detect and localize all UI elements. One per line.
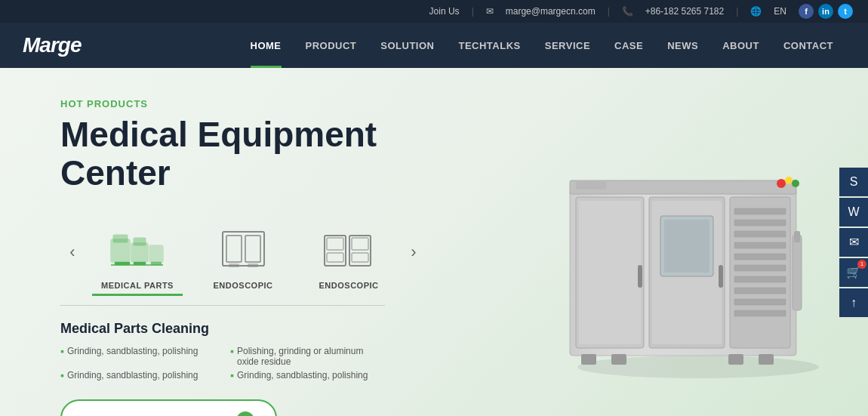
nav-item-solution[interactable]: SOLUTION <box>368 23 446 68</box>
carousel-next-button[interactable]: › <box>402 240 426 264</box>
main-content: HOT PRODUCTS Medical Equipment Center ‹ <box>0 68 868 416</box>
feature-grid: ▪ Grinding, sandblasting, polishing ▪ Po… <box>60 346 385 381</box>
nav-item-about[interactable]: ABOUT <box>710 23 771 68</box>
carousel-items: MEDICAL PARTS ENDOSCOPIC <box>85 214 402 290</box>
whatsapp-icon: W <box>848 205 859 219</box>
svg-rect-36 <box>734 242 786 248</box>
divider-3: | <box>736 6 738 17</box>
svg-rect-25 <box>579 201 641 344</box>
feature-text-2: Polishing, grinding or aluminum oxide re… <box>237 346 385 367</box>
explore-products-button[interactable]: EXPLORE OUR PRODUCTS → <box>60 399 277 416</box>
linkedin-icon[interactable]: in <box>818 4 833 19</box>
top-bar: Join Us | ✉ marge@margecn.com | 📞 +86-18… <box>0 0 868 23</box>
svg-rect-16 <box>349 236 371 266</box>
nav-item-techtalks[interactable]: TECHTALKS <box>446 23 532 68</box>
feature-text-3: Grinding, sandblasting, polishing <box>67 370 198 381</box>
svg-rect-11 <box>245 236 260 262</box>
svg-rect-37 <box>734 254 786 260</box>
svg-rect-35 <box>734 231 786 237</box>
svg-point-46 <box>792 180 799 187</box>
carousel-item-endoscopic-1[interactable]: ENDOSCOPIC <box>190 214 296 290</box>
product-carousel: ‹ <box>60 214 385 290</box>
carousel-prev-button[interactable]: ‹ <box>60 240 85 264</box>
side-buttons: S W ✉ 🛒 1 ↑ <box>839 168 868 317</box>
nav-item-service[interactable]: SERVICE <box>533 23 602 68</box>
svg-rect-38 <box>734 265 786 271</box>
svg-point-44 <box>777 179 786 188</box>
svg-rect-19 <box>327 253 343 262</box>
bullet-4: ▪ <box>230 369 234 381</box>
nav-links: HOME PRODUCT SOLUTION TECHTALKS SERVICE … <box>239 23 846 68</box>
hot-products-label: HOT PRODUCTS <box>60 98 385 109</box>
svg-rect-40 <box>734 288 786 294</box>
feature-item-4: ▪ Grinding, sandblasting, polishing <box>230 370 385 381</box>
email-icon: ✉ <box>486 6 494 17</box>
divider-2: | <box>608 6 610 17</box>
main-title: Medical Equipment Center <box>60 116 385 192</box>
social-icons: f in t <box>799 4 853 19</box>
phone-icon: 📞 <box>622 6 633 17</box>
join-us-link[interactable]: Join Us <box>429 6 460 17</box>
email-link[interactable]: marge@margecn.com <box>506 6 596 17</box>
back-to-top-icon: ↑ <box>851 296 857 310</box>
product-desc-title: Medical Parts Cleaning <box>60 321 385 337</box>
svg-rect-2 <box>131 243 148 262</box>
svg-rect-4 <box>149 245 163 262</box>
feature-item-2: ▪ Polishing, grinding or aluminum oxide … <box>230 346 385 367</box>
divider-1: | <box>472 6 474 17</box>
nav-item-contact[interactable]: CONTACT <box>771 23 845 68</box>
endoscopic-2-icon <box>319 222 379 275</box>
whatsapp-button[interactable]: W <box>839 198 868 226</box>
svg-rect-51 <box>576 180 606 190</box>
svg-point-45 <box>785 177 793 184</box>
svg-rect-31 <box>719 265 723 288</box>
svg-rect-49 <box>728 354 743 365</box>
left-content: HOT PRODUCTS Medical Equipment Center ‹ <box>0 68 423 416</box>
medical-parts-icon <box>107 222 168 275</box>
svg-rect-30 <box>664 220 709 273</box>
twitter-icon[interactable]: t <box>838 4 853 19</box>
svg-rect-14 <box>248 263 258 267</box>
cart-button[interactable]: 🛒 1 <box>839 258 868 287</box>
right-content <box>423 68 868 416</box>
svg-rect-3 <box>134 238 146 245</box>
nav-item-product[interactable]: PRODUCT <box>294 23 369 68</box>
svg-rect-17 <box>327 238 343 250</box>
phone-link[interactable]: +86-182 5265 7182 <box>645 6 724 17</box>
svg-rect-20 <box>352 253 368 262</box>
bullet-3: ▪ <box>60 369 64 381</box>
logo-text: Marge <box>23 33 81 57</box>
explore-arrow-icon: → <box>236 411 254 416</box>
endoscopic-1-icon <box>213 222 273 275</box>
nav-item-home[interactable]: HOME <box>239 23 294 68</box>
svg-rect-41 <box>734 299 786 305</box>
feature-text-1: Grinding, sandblasting, polishing <box>67 346 198 356</box>
carousel-item-label-endoscopic-1: ENDOSCOPIC <box>198 281 288 290</box>
carousel-item-label-endoscopic-2: ENDOSCOPIC <box>303 281 394 290</box>
svg-rect-42 <box>734 310 786 316</box>
nav-item-case[interactable]: CASE <box>602 23 655 68</box>
lang-icon: 🌐 <box>750 6 762 17</box>
svg-rect-18 <box>352 238 368 250</box>
bullet-1: ▪ <box>60 345 64 357</box>
feature-item-3: ▪ Grinding, sandblasting, polishing <box>60 370 215 381</box>
carousel-item-endoscopic-2[interactable]: ENDOSCOPIC <box>296 214 402 290</box>
email-side-button[interactable]: ✉ <box>839 228 868 257</box>
svg-rect-10 <box>226 236 242 262</box>
svg-rect-33 <box>734 208 786 214</box>
back-to-top-button[interactable]: ↑ <box>839 288 868 317</box>
svg-rect-48 <box>611 354 626 365</box>
carousel-item-label-medical: MEDICAL PARTS <box>92 281 183 290</box>
facebook-icon[interactable]: f <box>799 4 814 19</box>
svg-rect-52 <box>793 235 802 310</box>
svg-rect-39 <box>734 276 786 282</box>
svg-rect-9 <box>223 232 264 266</box>
skype-button[interactable]: S <box>839 168 868 196</box>
logo: Marge <box>23 33 81 57</box>
carousel-item-medical-parts[interactable]: MEDICAL PARTS <box>85 214 190 290</box>
cart-badge: 1 <box>857 260 866 269</box>
language-link[interactable]: EN <box>774 6 786 17</box>
nav-item-news[interactable]: NEWS <box>655 23 710 68</box>
feature-item-1: ▪ Grinding, sandblasting, polishing <box>60 346 215 367</box>
svg-rect-47 <box>581 354 596 365</box>
